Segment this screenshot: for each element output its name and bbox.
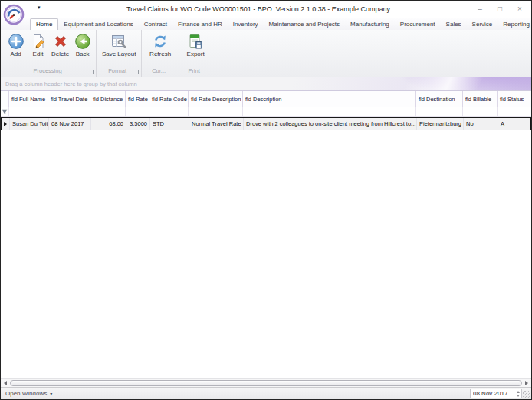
date-input[interactable] <box>471 390 514 397</box>
tab-procurement[interactable]: Procurement <box>395 19 441 30</box>
filter-cell[interactable] <box>243 107 416 116</box>
tab-service[interactable]: Service <box>467 19 498 30</box>
scroll-left-icon <box>4 381 7 385</box>
tab-contract[interactable]: Contract <box>139 19 172 30</box>
tab-equipment-and-locations[interactable]: Equipment and Locations <box>58 19 138 30</box>
scroll-left-button[interactable] <box>2 380 8 386</box>
column-header-full-name[interactable]: fld Full Name <box>9 91 48 107</box>
column-header-billable[interactable]: fld Billable <box>463 91 498 107</box>
quick-access-caret-icon[interactable]: ▾ <box>38 5 41 11</box>
group-by-bar[interactable]: Drag a column header here to group by th… <box>1 77 531 91</box>
spinner-down-icon <box>517 395 520 397</box>
tab-maintenance-and-projects[interactable]: Maintenance and Projects <box>264 19 346 30</box>
add-icon <box>8 33 25 50</box>
filter-cell[interactable] <box>189 107 243 116</box>
date-editor[interactable] <box>470 389 522 398</box>
cell-travel-date[interactable]: 08 Nov 2017 <box>49 118 91 130</box>
cell-full-name[interactable]: Susan Du Toit <box>10 118 49 130</box>
grid-header-row: fld Full Name fld Travel Date fld Distan… <box>1 91 531 107</box>
dialog-launcher-icon[interactable] <box>172 70 176 74</box>
filter-cell[interactable] <box>416 107 463 116</box>
delete-button-label: Delete <box>51 51 69 57</box>
tab-home[interactable]: Home <box>30 18 58 30</box>
filter-cell[interactable] <box>126 107 149 116</box>
tab-manufacturing[interactable]: Manufacturing <box>345 19 395 30</box>
grid-row-selected[interactable]: Susan Du Toit 08 Nov 2017 68.00 3.5000 S… <box>1 117 531 130</box>
scroll-right-button[interactable] <box>524 380 530 386</box>
edit-button-label: Edit <box>33 51 44 57</box>
refresh-icon <box>152 33 169 50</box>
cell-rate-description[interactable]: Normal Travel Rate <box>189 118 244 130</box>
refresh-button-label: Refresh <box>149 51 171 57</box>
filter-funnel-icon <box>2 109 8 115</box>
export-button-label: Export <box>187 51 205 57</box>
tab-inventory[interactable]: Inventory <box>228 19 264 30</box>
column-header-status[interactable]: fld Status <box>498 91 532 107</box>
ribbon-group-label: Cur... <box>142 67 179 77</box>
back-icon <box>74 33 91 50</box>
cell-status[interactable]: A <box>498 118 532 130</box>
save-layout-icon <box>110 33 127 50</box>
column-header-distance[interactable]: fld Distance <box>90 91 126 107</box>
edit-icon <box>30 33 47 50</box>
dialog-launcher-icon[interactable] <box>90 70 94 74</box>
edit-button[interactable]: Edit <box>27 31 49 58</box>
column-header-rate-code[interactable]: fld Rate Code <box>149 91 189 107</box>
maximize-button[interactable]: □ <box>490 2 510 17</box>
window-title: Travel Claims for WO Code WO0001501 - BP… <box>1 5 470 13</box>
filter-cell[interactable] <box>90 107 126 116</box>
add-button-label: Add <box>10 51 21 57</box>
tab-sales[interactable]: Sales <box>441 19 467 30</box>
filter-cell[interactable] <box>48 107 90 116</box>
resize-grip[interactable] <box>523 391 530 398</box>
cell-description[interactable]: Drove with 2 colleagues to on-site clien… <box>244 118 417 130</box>
minimize-button[interactable]: – <box>470 2 490 17</box>
dropdown-caret-icon: ▾ <box>50 391 52 396</box>
grid-filter-row <box>1 107 531 117</box>
tab-finance-and-hr[interactable]: Finance and HR <box>172 19 228 30</box>
filter-cell[interactable] <box>9 107 48 116</box>
window-controls: – □ × <box>470 2 530 17</box>
tab-reporting[interactable]: Reporting <box>498 19 532 30</box>
horizontal-scrollbar[interactable] <box>1 378 531 387</box>
cell-rate[interactable]: 3.5000 <box>126 118 150 130</box>
export-button[interactable]: Export <box>182 31 209 58</box>
close-button[interactable]: × <box>510 2 530 17</box>
open-windows-label: Open Windows <box>5 390 47 397</box>
refresh-button[interactable]: Refresh <box>144 31 176 58</box>
cell-destination[interactable]: Pietermaritzburg <box>417 118 464 130</box>
app-logo-icon[interactable] <box>3 4 25 25</box>
group-label-text: Print <box>188 67 199 74</box>
scroll-right-icon <box>525 381 528 385</box>
cell-distance[interactable]: 68.00 <box>91 118 126 130</box>
back-button[interactable]: Back <box>71 31 94 58</box>
filter-cell[interactable] <box>149 107 189 116</box>
row-indicator-header <box>1 91 9 107</box>
delete-icon <box>52 33 69 50</box>
filter-cell[interactable] <box>463 107 498 116</box>
date-spinner[interactable] <box>517 391 521 397</box>
column-header-rate-description[interactable]: fld Rate Description <box>189 91 243 107</box>
save-layout-button-label: Save Layout <box>102 51 136 57</box>
save-layout-button[interactable]: Save Layout <box>99 31 139 58</box>
delete-button[interactable]: Delete <box>49 31 71 58</box>
add-button[interactable]: Add <box>5 31 27 58</box>
scroll-thumb[interactable] <box>10 380 522 386</box>
cell-rate-code[interactable]: STD <box>150 118 189 130</box>
status-bar: Open Windows ▾ <box>1 387 531 399</box>
filter-indicator-cell <box>1 107 9 116</box>
ribbon-tab-bar: Home Equipment and Locations Contract Fi… <box>1 18 531 30</box>
column-header-travel-date[interactable]: fld Travel Date <box>48 91 90 107</box>
ribbon-group-label: Format <box>97 67 141 77</box>
app-window: ▾ Travel Claims for WO Code WO0001501 - … <box>0 0 532 400</box>
column-header-rate[interactable]: fld Rate <box>126 91 149 107</box>
dialog-launcher-icon[interactable] <box>135 70 139 74</box>
open-windows-button[interactable]: Open Windows ▾ <box>5 390 52 397</box>
column-header-destination[interactable]: fld Destination <box>416 91 463 107</box>
filter-cell[interactable] <box>498 107 532 116</box>
dialog-launcher-icon[interactable] <box>205 70 209 74</box>
ribbon-group-format: Save Layout Format <box>97 30 142 77</box>
column-header-description[interactable]: fld Description <box>243 91 416 107</box>
row-indicator-cell <box>2 118 10 130</box>
cell-billable[interactable]: No <box>464 118 498 130</box>
